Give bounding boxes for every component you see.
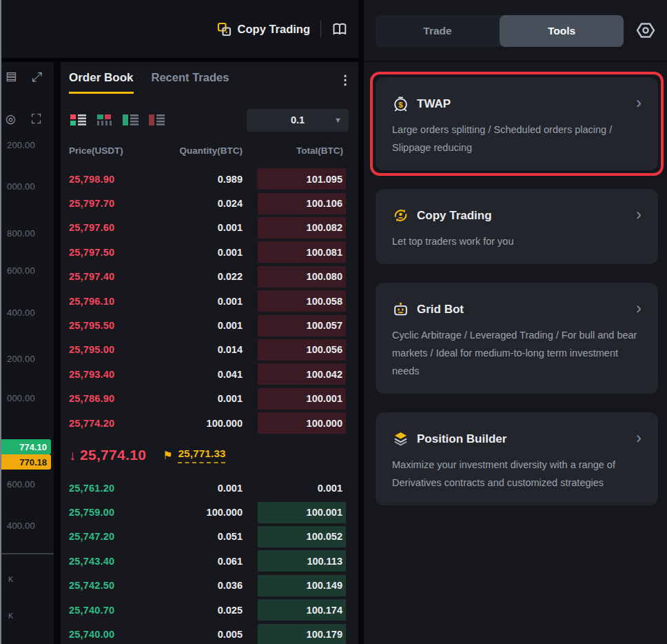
total-cell: 100.106 [257, 192, 346, 215]
orderbook-ask-row[interactable]: 25,774.20100.000100.000 [61, 411, 358, 435]
col-price: Price(USDT) [69, 145, 145, 156]
orderbook-layout-default-icon[interactable] [70, 114, 86, 126]
orderbook-ask-row[interactable]: 25,796.100.001100.058 [61, 289, 358, 313]
mark-price[interactable]: 25,771.33 [178, 447, 225, 463]
tab-trade[interactable]: Trade [376, 15, 500, 47]
copy-trading-button[interactable]: Copy Trading [217, 22, 310, 37]
orderbook-bid-row[interactable]: 25,761.200.0010.001 [61, 476, 358, 500]
tool-card-grid-bot[interactable]: Grid Bot›Cyclic Arbitrage / Leveraged Tr… [376, 283, 658, 394]
total-cell: 100.179 [257, 623, 346, 644]
total-cell: 100.001 [257, 501, 346, 524]
orderbook-ask-row[interactable]: 25,793.400.041100.042 [61, 362, 358, 386]
chevron-right-icon: › [636, 300, 642, 316]
orderbook-bid-row[interactable]: 25,743.400.061100.113 [61, 549, 358, 573]
tool-card-copy-trading[interactable]: Copy Trading›Let top traders work for yo… [376, 189, 658, 264]
card-title: Position Builder [417, 432, 506, 446]
orderbook-ask-row[interactable]: 25,797.400.022100.080 [61, 265, 358, 289]
orderbook-layout-asks-icon[interactable] [149, 114, 165, 126]
total-cell: 100.082 [257, 217, 346, 239]
total-cell: 100.001 [257, 388, 346, 410]
price-cell: 25,740.70 [69, 605, 145, 616]
tools-panel: Trade Tools $ TWAP›Large orders splittin… [364, 0, 667, 644]
total-cell: 100.057 [257, 314, 346, 337]
total-cell: 100.113 [257, 550, 346, 572]
last-price: 25,774.10 [80, 447, 146, 463]
orderbook-ask-row[interactable]: 25,797.700.024100.106 [61, 191, 358, 215]
total-cell: 100.000 [257, 412, 346, 434]
svg-text:$: $ [398, 101, 403, 109]
layers-icon [392, 430, 409, 447]
price-tag-icon[interactable]: ◎ [6, 113, 16, 125]
tab-tools[interactable]: Tools [500, 15, 624, 47]
total-cell: 100.042 [257, 363, 346, 385]
fullscreen-icon[interactable]: ⛶ [32, 112, 41, 125]
quantity-cell: 0.989 [145, 174, 243, 185]
orderbook-ask-row[interactable]: 25,786.900.001100.001 [61, 387, 358, 411]
expand-arrows-icon[interactable]: ⤢ [32, 70, 42, 83]
orderbook-layout-depth-icon[interactable] [96, 114, 112, 126]
orderbook-layout-bids-icon[interactable] [123, 114, 138, 126]
col-quantity: Quantity(BTC) [145, 145, 243, 156]
kebab-menu-icon[interactable]: ⋮ [339, 72, 351, 88]
price-cell: 25,793.40 [69, 369, 145, 380]
orderbook-bid-row[interactable]: 25,742.500.036100.149 [61, 574, 358, 598]
total-cell: 100.080 [257, 265, 346, 288]
tool-card-twap[interactable]: $ TWAP›Large orders splitting / Schedule… [376, 77, 658, 170]
volume-axis-label: K [8, 612, 13, 620]
price-axis-label: 200.00 [7, 354, 35, 364]
tab-recent-trades[interactable]: Recent Trades [152, 71, 229, 84]
price-cell: 25,761.20 [69, 483, 145, 494]
price-axis-label: 400.00 [7, 308, 35, 318]
tick-size-dropdown[interactable]: 0.1 ▼ [247, 109, 349, 132]
price-cell: 25,797.70 [69, 198, 145, 209]
last-price-axis-badge: 774.10 [1, 439, 51, 454]
total-cell: 101.095 [257, 168, 346, 190]
hexagon-gear-icon[interactable] [634, 19, 657, 42]
quantity-cell: 0.001 [145, 320, 243, 331]
quantity-cell: 0.025 [145, 605, 243, 616]
orderbook-panel: Order Book Recent Trades ⋮ [61, 62, 358, 644]
orderbook-controls: 0.1 ▼ [70, 108, 349, 132]
card-title-row: Copy Trading› [392, 207, 642, 224]
alarm-clock-dollar-icon: $ [392, 95, 409, 112]
price-cell: 25,797.60 [69, 222, 145, 233]
total-cell: 0.001 [257, 476, 346, 499]
quantity-cell: 0.014 [145, 344, 243, 355]
orderbook-ask-row[interactable]: 25,798.900.989101.095 [61, 167, 358, 191]
quantity-cell: 100.000 [145, 418, 243, 429]
card-description: Maximize your investment diversity with … [392, 456, 642, 492]
price-cell: 25,797.40 [69, 271, 145, 282]
mark-price-flag-icon: ⚑ [163, 449, 172, 462]
orderbook-bid-row[interactable]: 25,747.200.051100.052 [61, 525, 358, 549]
quantity-cell: 0.024 [145, 198, 243, 209]
price-cell: 25,795.50 [69, 320, 145, 331]
tab-order-book[interactable]: Order Book [69, 71, 134, 94]
quantity-cell: 0.041 [145, 369, 243, 380]
overlapping-squares-icon [217, 22, 232, 37]
top-bar: Copy Trading [1, 0, 358, 58]
orderbook-ask-row[interactable]: 25,795.000.014100.056 [61, 338, 358, 362]
open-book-icon[interactable] [331, 22, 348, 37]
panel-layout-icon[interactable]: ▤ [6, 70, 17, 82]
col-total: Total(BTC) [257, 145, 346, 156]
window-edge-line [0, 0, 1, 644]
tool-card-position-builder[interactable]: Position Builder›Maximize your investmen… [376, 412, 658, 505]
price-cell: 25,742.50 [69, 580, 145, 591]
orderbook-bid-row[interactable]: 25,759.00100.000100.001 [61, 500, 358, 524]
chevron-right-icon: › [636, 94, 642, 111]
orderbook-bid-row[interactable]: 25,740.700.025100.174 [61, 598, 358, 622]
robot-icon [392, 301, 409, 318]
orderbook-ask-row[interactable]: 25,797.500.001100.081 [61, 240, 358, 264]
quantity-cell: 0.001 [145, 483, 243, 494]
orderbook-ask-row[interactable]: 25,797.600.001100.082 [61, 216, 358, 240]
chart-pane-divider [1, 553, 54, 554]
orderbook-ask-row[interactable]: 25,795.500.001100.057 [61, 313, 358, 337]
trade-tools-segmented-control: Trade Tools [376, 15, 624, 47]
last-price-row: ↓ 25,774.10 ⚑ 25,771.33 [69, 440, 351, 470]
quantity-cell: 0.022 [145, 271, 243, 282]
chevron-right-icon: › [636, 206, 642, 223]
tick-size-value: 0.1 [247, 114, 349, 125]
orderbook-bid-row[interactable]: 25,740.000.005100.179 [61, 622, 358, 644]
quantity-cell: 0.051 [145, 531, 243, 542]
price-cell: 25,796.10 [69, 296, 145, 307]
